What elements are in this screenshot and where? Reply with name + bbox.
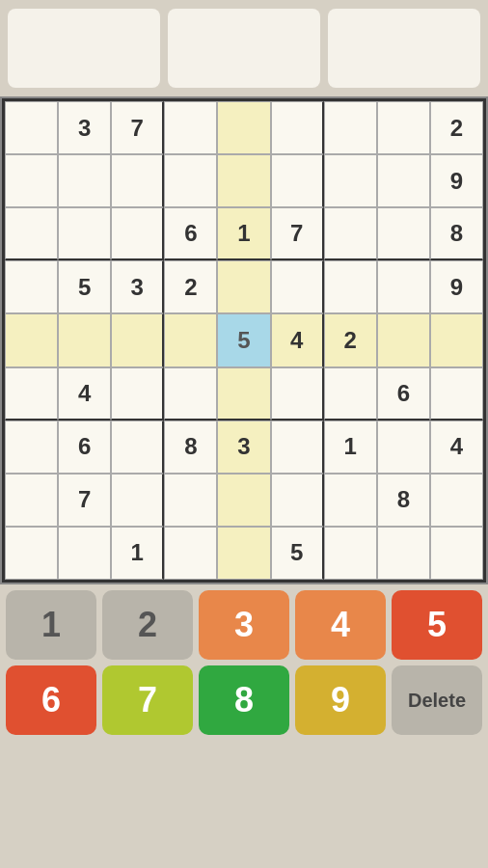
- cell-1-3[interactable]: [164, 154, 217, 207]
- numpad-row-1: 12345: [6, 590, 482, 660]
- cell-7-8[interactable]: [430, 474, 483, 527]
- cell-5-4[interactable]: [217, 367, 270, 420]
- cell-6-4[interactable]: 3: [217, 420, 270, 474]
- mode-box: [328, 9, 480, 88]
- cell-6-8[interactable]: 4: [430, 420, 483, 474]
- cell-7-4[interactable]: [217, 474, 270, 527]
- cell-6-5[interactable]: [271, 420, 324, 474]
- cell-3-4[interactable]: [217, 260, 270, 313]
- cell-5-5[interactable]: [271, 367, 324, 420]
- cell-7-0[interactable]: [5, 474, 58, 527]
- cell-8-5[interactable]: 5: [271, 527, 324, 580]
- best-box: [8, 9, 160, 88]
- cell-0-4[interactable]: [217, 101, 270, 154]
- cell-0-0[interactable]: [5, 101, 58, 154]
- cell-5-3[interactable]: [164, 367, 217, 420]
- cell-1-2[interactable]: [111, 154, 164, 207]
- cell-4-3[interactable]: [164, 313, 217, 366]
- time-box: [168, 9, 320, 88]
- cell-1-8[interactable]: 9: [430, 154, 483, 207]
- cell-7-6[interactable]: [324, 474, 377, 527]
- cell-3-3[interactable]: 2: [164, 260, 217, 313]
- cell-3-6[interactable]: [324, 260, 377, 313]
- cell-4-0[interactable]: [5, 313, 58, 366]
- sudoku-grid: 37296178532954246683147815: [2, 98, 486, 583]
- cell-2-2[interactable]: [111, 207, 164, 260]
- header: [0, 0, 488, 96]
- numpad-btn-9[interactable]: 9: [295, 665, 386, 735]
- cell-8-2[interactable]: 1: [111, 527, 164, 580]
- cell-8-1[interactable]: [58, 527, 111, 580]
- cell-5-6[interactable]: [324, 367, 377, 420]
- cell-8-6[interactable]: [324, 527, 377, 580]
- numpad-row-2: 6789Delete: [6, 665, 482, 735]
- action-row: [0, 735, 488, 746]
- numpad-btn-8[interactable]: 8: [199, 665, 289, 735]
- cell-0-2[interactable]: 7: [111, 101, 164, 154]
- cell-2-4[interactable]: 1: [217, 207, 270, 260]
- cell-4-4[interactable]: 5: [217, 313, 270, 366]
- cell-6-7[interactable]: [377, 420, 430, 474]
- cell-3-7[interactable]: [377, 260, 430, 313]
- grid-container: 37296178532954246683147815: [0, 96, 488, 584]
- cell-4-6[interactable]: 2: [324, 313, 377, 366]
- cell-7-7[interactable]: 8: [377, 474, 430, 527]
- cell-5-1[interactable]: 4: [58, 367, 111, 420]
- cell-2-7[interactable]: [377, 207, 430, 260]
- cell-6-6[interactable]: 1: [324, 420, 377, 474]
- cell-3-2[interactable]: 3: [111, 260, 164, 313]
- cell-6-0[interactable]: [5, 420, 58, 474]
- cell-1-6[interactable]: [324, 154, 377, 207]
- cell-8-3[interactable]: [164, 527, 217, 580]
- numpad-btn-4[interactable]: 4: [295, 590, 386, 660]
- cell-4-1[interactable]: [58, 313, 111, 366]
- cell-5-7[interactable]: 6: [377, 367, 430, 420]
- cell-6-1[interactable]: 6: [58, 420, 111, 474]
- cell-7-1[interactable]: 7: [58, 474, 111, 527]
- cell-3-1[interactable]: 5: [58, 260, 111, 313]
- cell-5-0[interactable]: [5, 367, 58, 420]
- cell-5-2[interactable]: [111, 367, 164, 420]
- cell-0-3[interactable]: [164, 101, 217, 154]
- cell-8-4[interactable]: [217, 527, 270, 580]
- cell-0-6[interactable]: [324, 101, 377, 154]
- cell-4-2[interactable]: [111, 313, 164, 366]
- cell-4-8[interactable]: [430, 313, 483, 366]
- cell-6-2[interactable]: [111, 420, 164, 474]
- cell-0-7[interactable]: [377, 101, 430, 154]
- numpad-btn-6[interactable]: 6: [6, 665, 96, 735]
- cell-1-7[interactable]: [377, 154, 430, 207]
- cell-8-8[interactable]: [430, 527, 483, 580]
- cell-1-0[interactable]: [5, 154, 58, 207]
- cell-3-8[interactable]: 9: [430, 260, 483, 313]
- cell-1-5[interactable]: [271, 154, 324, 207]
- cell-2-1[interactable]: [58, 207, 111, 260]
- cell-4-7[interactable]: [377, 313, 430, 366]
- cell-3-0[interactable]: [5, 260, 58, 313]
- cell-3-5[interactable]: [271, 260, 324, 313]
- numpad-btn-2[interactable]: 2: [102, 590, 193, 660]
- cell-6-3[interactable]: 8: [164, 420, 217, 474]
- numpad-btn-1[interactable]: 1: [6, 590, 96, 660]
- cell-8-7[interactable]: [377, 527, 430, 580]
- cell-2-5[interactable]: 7: [271, 207, 324, 260]
- cell-4-5[interactable]: 4: [271, 313, 324, 366]
- cell-8-0[interactable]: [5, 527, 58, 580]
- cell-0-5[interactable]: [271, 101, 324, 154]
- cell-0-1[interactable]: 3: [58, 101, 111, 154]
- cell-1-4[interactable]: [217, 154, 270, 207]
- cell-5-8[interactable]: [430, 367, 483, 420]
- cell-0-8[interactable]: 2: [430, 101, 483, 154]
- cell-7-2[interactable]: [111, 474, 164, 527]
- cell-7-5[interactable]: [271, 474, 324, 527]
- cell-2-0[interactable]: [5, 207, 58, 260]
- numpad-btn-Delete[interactable]: Delete: [392, 665, 482, 735]
- cell-2-3[interactable]: 6: [164, 207, 217, 260]
- numpad-btn-7[interactable]: 7: [102, 665, 193, 735]
- numpad-btn-3[interactable]: 3: [199, 590, 289, 660]
- cell-7-3[interactable]: [164, 474, 217, 527]
- cell-1-1[interactable]: [58, 154, 111, 207]
- cell-2-6[interactable]: [324, 207, 377, 260]
- numpad-btn-5[interactable]: 5: [392, 590, 482, 660]
- cell-2-8[interactable]: 8: [430, 207, 483, 260]
